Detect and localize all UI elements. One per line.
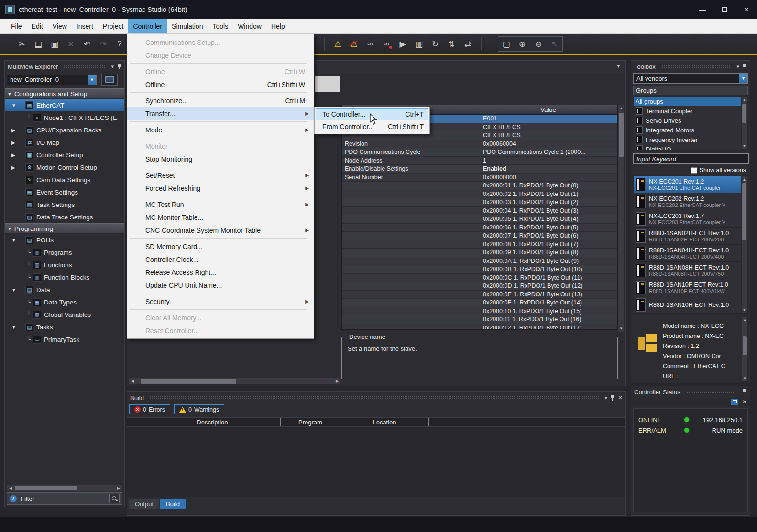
simulation-run-icon[interactable]: ▶ <box>395 37 411 51</box>
group-item-integrated-motors[interactable]: Integrated Motors <box>634 125 747 135</box>
expand-triangle-icon[interactable]: ▶ <box>11 165 19 170</box>
library-icon[interactable]: ▥ <box>411 37 427 51</box>
scroll-track[interactable] <box>136 378 334 384</box>
transfer-icon[interactable]: ⇄ <box>460 37 476 51</box>
filter-bar[interactable]: Filter <box>7 492 122 505</box>
scroll-up-icon[interactable]: ▲ <box>618 105 624 111</box>
compare-icon[interactable]: ⇅ <box>443 37 460 51</box>
menu-separator[interactable] <box>127 165 314 169</box>
tree-item-ethercat[interactable]: ▼ ▦ EtherCAT <box>5 99 124 111</box>
vendor-filter-select[interactable]: All vendors ▼ <box>633 73 748 84</box>
zoom-pointer-icon[interactable]: ↖ <box>547 36 563 52</box>
chevron-down-icon[interactable]: ▼ <box>88 75 96 85</box>
expand-triangle-icon[interactable]: ▼ <box>11 287 19 293</box>
tree-item-data-trace-settings[interactable]: ▧ Data Trace Settings <box>5 211 124 223</box>
build-column-header[interactable] <box>127 418 144 426</box>
menu-separator[interactable] <box>127 195 314 198</box>
controller-select[interactable]: new_Controller_0 ▼ <box>7 75 97 85</box>
menu-item-mode[interactable]: Mode ▶ <box>127 123 314 136</box>
maximize-button[interactable] <box>713 0 735 19</box>
build-column-header[interactable] <box>429 418 625 426</box>
build-column-header[interactable]: Location <box>340 418 429 426</box>
device-item-r88d-1san10h[interactable]: R88D-1SAN10H-ECT Rev:1.0 <box>634 296 747 314</box>
chevron-down-icon[interactable] <box>617 64 620 69</box>
tree-item-function-blocks[interactable]: └ ▥ Function Blocks <box>5 271 124 283</box>
chevron-down-icon[interactable] <box>111 64 114 69</box>
groups-scrollbar[interactable]: ▲ ▼ <box>741 97 747 150</box>
table-row[interactable]: 0x2000:06 1. RxPDO/1 Byte Out (5) <box>342 224 617 232</box>
device-item-nx-ecc201[interactable]: NX-ECC201 Rev:1.2 NX-ECC201 EtherCAT cou… <box>634 176 747 193</box>
menu-item-mc-test-run[interactable]: MC Test Run ▶ <box>127 198 314 211</box>
menu-item-sd-memory-card[interactable]: SD Memory Card... <box>127 240 314 253</box>
network-view-horizontal-scrollbar[interactable]: ◀ ▶ <box>129 378 341 385</box>
device-item-r88d-1san08h[interactable]: R88D-1SAN08H-ECT Rev:1.0 R88D-1SAN08H-EC… <box>634 262 747 279</box>
tab-output[interactable]: Output <box>129 499 159 509</box>
scroll-thumb[interactable] <box>742 104 746 123</box>
table-vertical-scrollbar[interactable]: ▲ ▼ <box>618 105 625 332</box>
device-item-r88d-1san10f[interactable]: R88D-1SAN10F-ECT Rev:1.0 R88D-1SAN10F-EC… <box>634 279 747 296</box>
watch-icon[interactable]: ∞ <box>362 37 378 51</box>
menu-item-forced-refreshing[interactable]: Forced Refreshing ▶ <box>127 182 314 195</box>
table-row[interactable]: 0x2000:0E 1. RxPDO/1 Byte Out (13) <box>342 291 617 299</box>
scroll-left-icon[interactable]: ◀ <box>7 485 14 491</box>
device-item-nx-ecc203[interactable]: NX-ECC203 Rev:1.7 NX-ECC203 EtherCAT cou… <box>634 210 747 228</box>
chevron-down-icon[interactable] <box>736 64 739 69</box>
section-programming[interactable]: ▼ Programming <box>5 223 124 234</box>
drag-handle[interactable] <box>64 65 105 68</box>
drag-handle[interactable] <box>686 390 736 394</box>
redo-icon[interactable]: ↷ <box>95 37 111 51</box>
scroll-thumb[interactable] <box>743 336 747 355</box>
copy-icon[interactable]: ▤ <box>30 37 46 51</box>
device-item-nx-ecc202[interactable]: NX-ECC202 Rev:1.2 NX-ECC202 EtherCAT cou… <box>634 193 747 210</box>
scroll-track[interactable] <box>14 485 115 491</box>
table-row[interactable]: 0x2000:04 1. RxPDO/1 Byte Out (3) <box>342 207 617 216</box>
table-row[interactable]: 0x2000:09 1. RxPDO/1 Byte Out (8) <box>342 249 617 257</box>
drag-handle[interactable] <box>661 65 731 68</box>
filter-search-button[interactable] <box>109 494 120 503</box>
scroll-thumb[interactable] <box>742 183 746 240</box>
scroll-down-icon[interactable]: ▼ <box>742 143 747 149</box>
menu-separator[interactable] <box>127 120 314 123</box>
group-item-servo-drives[interactable]: Servo Drives <box>634 116 747 125</box>
table-row[interactable]: 0x2000:08 1. RxPDO/1 Byte Out (7) <box>342 240 617 249</box>
column-header-value[interactable]: Value <box>479 105 617 114</box>
table-row[interactable]: Enable/Disable Settings Enabled <box>342 165 617 174</box>
scroll-right-icon[interactable]: ▶ <box>115 485 122 491</box>
table-row[interactable]: Node Address 1 <box>342 157 617 165</box>
scroll-thumb[interactable] <box>15 486 77 490</box>
paste-icon[interactable]: ▣ <box>46 37 63 51</box>
menu-item-transfer[interactable]: Transfer... ▶ <box>127 107 314 120</box>
zoom-out-icon[interactable]: ⊖ <box>530 36 547 52</box>
menu-separator[interactable] <box>127 308 314 311</box>
scroll-right-icon[interactable]: ▶ <box>334 378 340 384</box>
tree-item-global-variables[interactable]: └ ▦ Global Variables <box>5 308 124 321</box>
menu-separator[interactable] <box>127 292 314 295</box>
tree-item-tasks[interactable]: ▼ ▤ Tasks <box>5 321 124 333</box>
table-row[interactable]: 0x2000:02 1. RxPDO/1 Byte Out (1) <box>342 190 617 199</box>
menubar-item-help[interactable]: Help <box>266 19 290 33</box>
menu-item-change-device[interactable]: Change Device <box>127 49 314 62</box>
menu-item-cnc-coordinate-system-monitor-table[interactable]: CNC Coordinate System Monitor Table ▶ <box>127 224 314 237</box>
scroll-thumb[interactable] <box>619 113 624 157</box>
pin-icon[interactable] <box>742 389 747 395</box>
menu-item-set-reset[interactable]: Set/Reset ▶ <box>127 169 314 182</box>
zoom-in-icon[interactable]: ⊕ <box>514 36 530 52</box>
menu-item-offline[interactable]: Offline Ctrl+Shift+W <box>127 78 314 91</box>
menu-item-online[interactable]: Online Ctrl+W <box>127 65 314 78</box>
tree-item-event-settings[interactable]: ▦ Event Settings <box>5 186 124 198</box>
fit-zoom-icon[interactable]: ▢ <box>498 36 514 52</box>
group-item-all-groups[interactable]: All groups <box>634 97 747 106</box>
table-row[interactable]: Revision 0x00060004 <box>342 140 617 149</box>
pin-icon[interactable] <box>117 63 121 70</box>
pin-icon[interactable] <box>610 394 615 401</box>
menu-item-mc-monitor-table[interactable]: MC Monitor Table... <box>127 211 314 224</box>
tab-build[interactable]: Build <box>160 499 186 509</box>
scroll-up-icon[interactable]: ▲ <box>742 97 747 103</box>
group-item-digital-io[interactable]: Digital IO <box>634 144 747 150</box>
device-item-r88d-1san04h[interactable]: R88D-1SAN04H-ECT Rev:1.0 R88D-1SAN04H-EC… <box>634 245 747 262</box>
collapse-triangle-icon[interactable]: ▼ <box>5 91 14 97</box>
menu-item-communications-setup[interactable]: Communications Setup... <box>127 36 314 49</box>
help-icon[interactable]: ? <box>111 37 128 51</box>
errors-filter-button[interactable]: 0 Errors <box>129 404 170 414</box>
tree-item-controller-setup[interactable]: ▶ ▣ Controller Setup <box>5 149 124 161</box>
